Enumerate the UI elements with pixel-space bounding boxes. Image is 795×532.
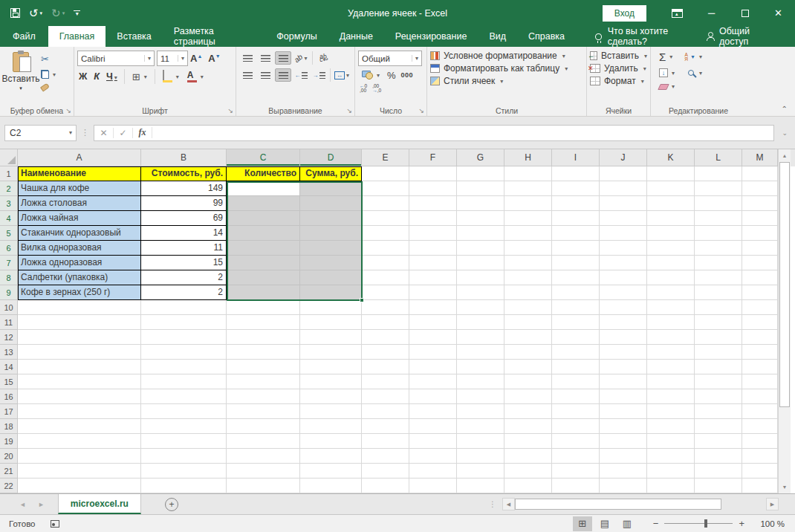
cell-J20[interactable] — [600, 449, 647, 464]
cell-J6[interactable] — [600, 241, 647, 256]
cell-D12[interactable] — [300, 330, 362, 345]
cell-C19[interactable] — [227, 434, 300, 449]
cell-I22[interactable] — [552, 479, 600, 493]
cell-H15[interactable] — [504, 374, 552, 389]
tab-home[interactable]: Главная — [48, 26, 106, 47]
cell-G13[interactable] — [457, 345, 504, 360]
cell-J11[interactable] — [600, 315, 647, 330]
cell-F18[interactable] — [409, 419, 457, 434]
cell-D19[interactable] — [300, 434, 362, 449]
font-name-combo[interactable]: Calibri▾ — [77, 51, 155, 66]
name-box[interactable]: C2▾ — [4, 125, 77, 141]
cell-K10[interactable] — [647, 300, 695, 315]
row-header-15[interactable]: 15 — [0, 374, 18, 389]
cell-A2[interactable]: Чашка для кофе — [18, 181, 141, 196]
cell-H9[interactable] — [504, 285, 552, 300]
cell-G12[interactable] — [457, 330, 504, 345]
share-button[interactable]: Общий доступ — [706, 26, 795, 47]
number-format-combo[interactable]: Общий▾ — [358, 51, 422, 66]
decrease-decimal-button[interactable]: ,00→,0 — [372, 84, 381, 93]
column-header-J[interactable]: J — [600, 149, 647, 166]
cell-D2[interactable] — [300, 181, 362, 196]
cell-D13[interactable] — [300, 345, 362, 360]
cell-C4[interactable] — [227, 211, 300, 226]
align-right-button[interactable] — [275, 68, 291, 82]
cell-E10[interactable] — [362, 300, 409, 315]
cell-C2[interactable] — [227, 181, 300, 196]
cell-C11[interactable] — [227, 315, 300, 330]
cell-K7[interactable] — [647, 256, 695, 270]
cell-M15[interactable] — [742, 374, 778, 389]
accounting-format-button[interactable] — [360, 69, 382, 81]
cell-H1[interactable] — [504, 166, 552, 181]
maximize-button[interactable] — [728, 0, 762, 26]
row-header-22[interactable]: 22 — [0, 479, 18, 493]
cell-D4[interactable] — [300, 211, 362, 226]
row-header-18[interactable]: 18 — [0, 419, 18, 434]
cut-button[interactable]: ✂ — [39, 53, 58, 65]
tab-data[interactable]: Данные — [328, 26, 384, 47]
cell-A7[interactable]: Ложка одноразовая — [18, 256, 141, 270]
tab-insert[interactable]: Вставка — [106, 26, 162, 47]
normal-view-button[interactable]: ⊞ — [573, 516, 592, 531]
tab-formulas[interactable]: Формулы — [265, 26, 328, 47]
font-size-combo[interactable]: 11▾ — [157, 51, 188, 66]
row-header-4[interactable]: 4 — [0, 211, 18, 226]
cell-A13[interactable] — [18, 345, 141, 360]
cell-F22[interactable] — [409, 479, 457, 493]
cell-L11[interactable] — [695, 315, 742, 330]
fill-button[interactable]: ↓ — [657, 67, 677, 79]
cell-E8[interactable] — [362, 270, 409, 285]
cell-M6[interactable] — [742, 241, 778, 256]
clipboard-dialog-launcher-icon[interactable]: ↘ — [65, 108, 71, 114]
scroll-left-icon[interactable]: ◀ — [502, 498, 515, 510]
cell-K18[interactable] — [647, 419, 695, 434]
row-header-3[interactable]: 3 — [0, 196, 18, 211]
cell-B15[interactable] — [141, 374, 227, 389]
cell-I15[interactable] — [552, 374, 600, 389]
sheet-prev-icon[interactable]: ◄ — [19, 501, 26, 508]
cell-K21[interactable] — [647, 464, 695, 479]
vertical-scroll-thumb[interactable] — [779, 162, 790, 407]
cell-I3[interactable] — [552, 196, 600, 211]
merge-center-button[interactable]: ↔ — [334, 68, 350, 82]
cell-F16[interactable] — [409, 389, 457, 404]
cell-K4[interactable] — [647, 211, 695, 226]
cell-H19[interactable] — [504, 434, 552, 449]
cell-J8[interactable] — [600, 270, 647, 285]
cell-M2[interactable] — [742, 181, 778, 196]
cell-E21[interactable] — [362, 464, 409, 479]
cell-E18[interactable] — [362, 419, 409, 434]
cell-H20[interactable] — [504, 449, 552, 464]
cell-H5[interactable] — [504, 226, 552, 241]
find-select-button[interactable] — [684, 67, 704, 79]
cell-A4[interactable]: Ложка чайная — [18, 211, 141, 226]
cell-L18[interactable] — [695, 419, 742, 434]
column-header-M[interactable]: M — [742, 149, 778, 166]
cell-H10[interactable] — [504, 300, 552, 315]
cell-D6[interactable] — [300, 241, 362, 256]
number-dialog-launcher-icon[interactable]: ↘ — [418, 108, 424, 114]
cell-H18[interactable] — [504, 419, 552, 434]
cell-L14[interactable] — [695, 360, 742, 374]
cell-D11[interactable] — [300, 315, 362, 330]
cell-G22[interactable] — [457, 479, 504, 493]
cell-G2[interactable] — [457, 181, 504, 196]
cell-J5[interactable] — [600, 226, 647, 241]
cancel-icon[interactable]: ✕ — [94, 128, 114, 138]
cell-K16[interactable] — [647, 389, 695, 404]
cell-D18[interactable] — [300, 419, 362, 434]
cell-F10[interactable] — [409, 300, 457, 315]
align-center-button[interactable] — [257, 68, 273, 82]
cell-B22[interactable] — [141, 479, 227, 493]
cell-K11[interactable] — [647, 315, 695, 330]
cell-H17[interactable] — [504, 404, 552, 419]
cell-A22[interactable] — [18, 479, 141, 493]
cell-I16[interactable] — [552, 389, 600, 404]
cell-A21[interactable] — [18, 464, 141, 479]
shrink-font-button[interactable]: А▼ — [208, 53, 224, 64]
cell-K1[interactable] — [647, 166, 695, 181]
delete-cells-button[interactable]: ✕Удалить — [590, 63, 647, 74]
cell-G20[interactable] — [457, 449, 504, 464]
cell-F4[interactable] — [409, 211, 457, 226]
